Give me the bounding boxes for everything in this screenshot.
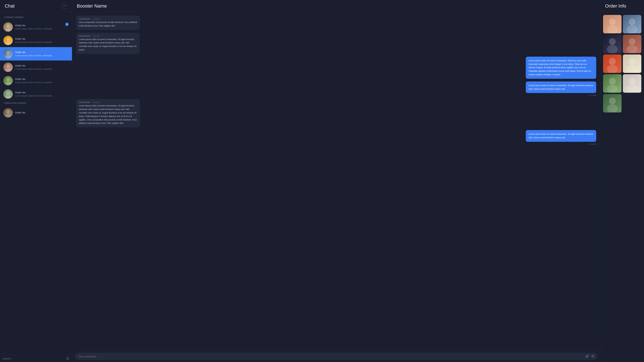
order-item[interactable]: Order NoLorem ipsum dolor sit amet, cons… [0, 74, 72, 87]
order-info-panel [600, 12, 644, 362]
sidebar-scroll: CURRENT ORDERS Order NoLorem ipsum dolor… [0, 12, 72, 355]
messages-container: USERNAME 12:19 AMUrna consectetur elit p… [72, 12, 600, 351]
order-title: Order No [15, 37, 68, 40]
order-info-header: Order Info [600, 0, 644, 12]
order-info-text: Order NoLorem ipsum dolor sit amet, cons… [15, 64, 68, 70]
booster-title: Booster Name [77, 3, 107, 9]
chat-area: USERNAME 12:19 AMUrna consectetur elit p… [72, 12, 600, 362]
order-item[interactable]: Order NoLorem ipsum dolor sit amet, cons… [0, 47, 72, 60]
svg-point-21 [627, 25, 638, 33]
order-title: Order No [15, 78, 68, 80]
svg-point-0 [6, 24, 10, 28]
order-preview: Lorem ipsum dolor sit amet, consectet... [15, 81, 68, 84]
order-info-text: Order NoLorem ipsum dolor sit amet, cons… [15, 37, 68, 43]
svg-point-11 [5, 95, 11, 99]
profile-photo[interactable] [623, 35, 641, 53]
order-preview: Lorem ipsum dolor sit amet, consectet... [15, 54, 68, 57]
svg-point-7 [5, 68, 11, 72]
order-title: Order No [15, 64, 68, 67]
unread-badge: 1 [65, 23, 68, 26]
chat-input-area [72, 351, 600, 362]
svg-point-8 [6, 78, 10, 81]
message-sender: USERNAME 12:19 AM [79, 101, 137, 103]
profile-photo[interactable] [623, 54, 641, 73]
message-timestamp: 12:19 AM [588, 94, 596, 96]
order-avatar [3, 89, 13, 99]
svg-point-10 [6, 91, 10, 95]
message-text: Urna consectetur elit posuere at nibh ti… [79, 21, 137, 28]
svg-point-24 [629, 38, 636, 45]
current-orders-label: CURRENT ORDERS [0, 15, 72, 20]
svg-point-4 [6, 51, 10, 55]
order-info-text: Order No [15, 111, 68, 115]
profile-photo[interactable] [623, 15, 641, 33]
message-text: Lorem ipsum dolor sit amet consectetur. … [79, 104, 137, 125]
svg-point-3 [5, 41, 11, 45]
svg-point-23 [607, 45, 618, 53]
svg-point-25 [627, 45, 638, 53]
order-preview: Lorem ipsum dolor sit amet, consectet... [15, 27, 68, 30]
profile-photo[interactable] [603, 74, 622, 93]
svg-point-29 [627, 65, 638, 73]
order-title: Order No [15, 24, 68, 27]
order-item[interactable]: Order NoLorem ipsum dolor sit amet, cons… [0, 87, 72, 101]
received-message: USERNAME 12:19 AMLorem ipsum dolor sit a… [76, 33, 140, 54]
booster-header: Booster Name [72, 0, 600, 12]
svg-point-26 [609, 58, 616, 65]
message-text: Lorem ipsum dolor sit amet consectetur. … [528, 59, 594, 76]
order-title: Order No [15, 91, 68, 94]
order-avatar [3, 22, 13, 32]
svg-point-9 [5, 82, 11, 85]
order-info-text: Order NoLorem ipsum dolor sit amet, cons… [15, 51, 68, 57]
order-list: Order NoLorem ipsum dolor sit amet, cons… [0, 20, 72, 101]
send-button[interactable] [591, 355, 594, 358]
svg-point-12 [6, 110, 10, 114]
message-text: Lorem ipsum dolor sit amet consectetur. … [528, 132, 594, 139]
header: Chat × Booster Name Order Info [0, 0, 644, 12]
svg-point-13 [5, 114, 11, 117]
svg-line-15 [68, 359, 69, 360]
profile-photo[interactable] [603, 15, 622, 33]
profile-photo[interactable] [603, 54, 622, 73]
svg-point-33 [627, 84, 638, 93]
search-bar [0, 355, 72, 362]
svg-point-20 [629, 18, 636, 25]
sent-message: Lorem ipsum dolor sit amet consectetur. … [526, 81, 596, 93]
chat-header: Chat × [0, 0, 72, 12]
order-item[interactable]: Order NoLorem ipsum dolor sit amet, cons… [0, 60, 72, 74]
chat-input-wrapper [75, 353, 598, 360]
completed-orders-label: COMPLETED ORDERS [0, 101, 72, 106]
svg-point-19 [607, 25, 618, 33]
message-sender: USERNAME 12:19 AM [79, 18, 137, 20]
order-info-text: Order NoLorem ipsum dolor sit amet, cons… [15, 78, 68, 84]
svg-point-28 [629, 58, 636, 65]
profile-photo[interactable] [603, 35, 622, 53]
order-title: Order No [15, 111, 68, 114]
sent-message: Lorem ipsum dolor sit amet consectetur. … [526, 130, 596, 142]
order-avatar [3, 76, 13, 85]
profile-photo[interactable] [623, 74, 641, 93]
order-info-title: Order Info [605, 3, 626, 9]
order-avatar [3, 108, 13, 117]
attach-button[interactable] [586, 355, 589, 358]
message-text: Lorem ipsum dolor sit amet consectetur. … [528, 84, 594, 91]
search-button[interactable] [66, 357, 69, 360]
received-message: USERNAME 12:19 AMUrna consectetur elit p… [76, 15, 140, 30]
svg-point-35 [607, 104, 618, 112]
message-input[interactable] [78, 355, 584, 358]
order-item[interactable]: Order No [0, 106, 72, 119]
search-input[interactable] [3, 357, 65, 360]
chat-title: Chat [5, 3, 14, 9]
svg-point-27 [607, 65, 618, 73]
close-button[interactable]: × [61, 3, 67, 9]
order-item[interactable]: Order NoLorem ipsum dolor sit amet, cons… [0, 34, 72, 47]
svg-point-31 [607, 84, 618, 93]
svg-point-1 [5, 28, 11, 32]
profile-photo[interactable] [603, 94, 622, 112]
svg-point-22 [609, 38, 616, 45]
received-message: USERNAME 12:19 AMLorem ipsum dolor sit a… [76, 99, 140, 127]
svg-point-34 [609, 97, 616, 104]
svg-point-6 [6, 64, 10, 68]
message-sender: USERNAME 12:19 AM [79, 35, 137, 37]
order-item[interactable]: Order NoLorem ipsum dolor sit amet, cons… [0, 20, 72, 34]
